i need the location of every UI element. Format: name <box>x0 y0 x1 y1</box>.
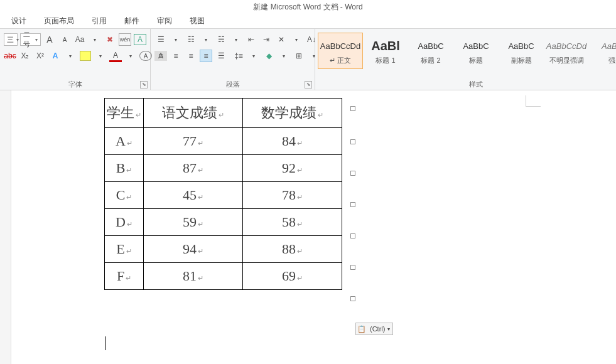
style-name-label: 标题 1 <box>376 56 395 65</box>
shading-button[interactable]: ◆ <box>262 50 275 62</box>
table-cell[interactable]: 59↵ <box>144 209 243 236</box>
table-cell[interactable]: E↵ <box>105 236 144 263</box>
table-header[interactable]: 学生↵ <box>105 99 144 128</box>
font-color-button[interactable]: A <box>109 50 122 62</box>
menu-review[interactable]: 审阅 <box>148 16 181 26</box>
table-cell[interactable]: C↵ <box>105 182 144 209</box>
line-spacing-arrow[interactable]: ▾ <box>247 50 260 62</box>
menu-mailings[interactable]: 邮件 <box>116 16 148 26</box>
menu-references[interactable]: 引用 <box>83 16 116 26</box>
table-row[interactable]: F↵81↵69↵ <box>105 263 342 290</box>
chevron-down-icon: ▾ <box>387 326 392 332</box>
style-name-label: 标题 <box>469 56 483 65</box>
font-dialog-launcher[interactable]: ⬊ <box>140 81 148 88</box>
table-handle[interactable] <box>350 265 355 270</box>
table-cell[interactable]: B↵ <box>105 155 144 182</box>
superscript-button[interactable]: X² <box>34 50 46 62</box>
align-distributed-button[interactable]: ☰ <box>215 50 227 62</box>
table-handle[interactable] <box>350 296 355 301</box>
table-row[interactable]: C↵45↵78↵ <box>105 182 342 209</box>
table-cell[interactable]: A↵ <box>105 128 144 155</box>
table-cell[interactable]: 92↵ <box>243 155 342 182</box>
paragraph-group: ☰▾ ☷▾ ☵▾ ⇤ ⇥ ✕▾ A↓ ↵ ≡ ≡ ≡ ≡ ☰ ‡≡▾ ◆▾ ⊞▾ <box>151 29 315 90</box>
multilevel-arrow[interactable]: ▾ <box>230 33 242 46</box>
numbering-button[interactable]: ☷ <box>185 33 197 46</box>
table-cell[interactable]: 77↵ <box>144 128 243 155</box>
font-size-select[interactable]: 二号▾ <box>20 33 41 46</box>
style-item-5[interactable]: AaBbCcDd不明显强调 <box>544 33 589 69</box>
table-row[interactable]: A↵77↵84↵ <box>105 128 342 155</box>
table-row[interactable]: E↵94↵88↵ <box>105 236 342 263</box>
change-case-arrow[interactable]: ▾ <box>89 33 101 46</box>
bullets-button[interactable]: ☰ <box>154 33 167 46</box>
table-row[interactable]: D↵59↵58↵ <box>105 209 342 236</box>
subscript-button[interactable]: X₂ <box>19 50 31 62</box>
font-color-arrow[interactable]: ▾ <box>124 50 137 62</box>
line-spacing-button[interactable]: ‡≡ <box>232 50 245 62</box>
bullets-arrow[interactable]: ▾ <box>170 33 182 46</box>
style-preview: AaBbC <box>508 37 534 56</box>
table-cell[interactable]: D↵ <box>105 209 144 236</box>
document-table[interactable]: 学生↵语文成绩↵数学成绩↵A↵77↵84↵B↵87↵92↵C↵45↵78↵D↵5… <box>104 98 342 290</box>
borders-button[interactable]: ⊞ <box>293 50 305 62</box>
table-cell[interactable]: 58↵ <box>243 209 342 236</box>
asian-layout-arrow[interactable]: ▾ <box>290 33 303 46</box>
highlight-button[interactable] <box>79 50 92 62</box>
table-cell[interactable]: F↵ <box>105 263 144 290</box>
table-cell[interactable]: 81↵ <box>144 263 243 290</box>
numbering-arrow[interactable]: ▾ <box>200 33 212 46</box>
paragraph-dialog-launcher[interactable]: ⬊ <box>305 81 312 88</box>
shrink-font-button[interactable]: A <box>58 33 71 46</box>
strike-button[interactable]: abc <box>4 50 16 62</box>
font-name-select[interactable]: 三▾ <box>4 33 18 46</box>
style-item-2[interactable]: AaBbC标题 2 <box>408 33 453 69</box>
grow-font-button[interactable]: A <box>43 33 56 46</box>
table-row[interactable]: B↵87↵92↵ <box>105 155 342 182</box>
paste-options-button[interactable]: 📋 (Ctrl) ▾ <box>355 323 393 335</box>
menu-view[interactable]: 视图 <box>181 16 213 26</box>
align-justify-button[interactable]: ≡ <box>200 50 212 62</box>
increase-indent-button[interactable]: ⇥ <box>260 33 273 46</box>
page[interactable]: 学生↵语文成绩↵数学成绩↵A↵77↵84↵B↵87↵92↵C↵45↵78↵D↵5… <box>11 90 616 364</box>
phonetic-button[interactable]: wén <box>119 33 131 46</box>
style-item-3[interactable]: AaBbC标题 <box>453 33 499 69</box>
style-name-label: ↵ 正文 <box>330 56 351 65</box>
align-right-button[interactable]: ≡ <box>185 50 197 62</box>
table-cell[interactable]: 45↵ <box>144 182 243 209</box>
text-effects-button[interactable]: A <box>49 50 62 62</box>
table-handle[interactable] <box>350 106 355 111</box>
table-cell[interactable]: 94↵ <box>144 236 243 263</box>
table-cell[interactable]: 69↵ <box>243 263 342 290</box>
align-center-button[interactable]: ≡ <box>170 50 182 62</box>
table-cell[interactable]: 84↵ <box>243 128 342 155</box>
clear-format-button[interactable]: ✖ <box>104 33 116 46</box>
decrease-indent-button[interactable]: ⇤ <box>245 33 257 46</box>
table-cell[interactable]: 87↵ <box>144 155 243 182</box>
change-case-button[interactable]: Aa <box>73 33 86 46</box>
menu-page-layout[interactable]: 页面布局 <box>35 16 83 26</box>
shading-arrow[interactable]: ▾ <box>278 50 290 62</box>
text-effects-arrow[interactable]: ▾ <box>64 50 77 62</box>
style-item-6[interactable]: AaBb强 <box>589 33 616 69</box>
table-handle[interactable] <box>350 202 355 207</box>
table-handle[interactable] <box>350 171 355 176</box>
enclose-button[interactable]: A <box>139 51 152 61</box>
text-cursor <box>105 336 106 350</box>
align-left-button[interactable]: ≡ <box>154 50 167 62</box>
table-handle[interactable] <box>350 233 355 238</box>
asian-layout-button[interactable]: ✕ <box>275 33 288 46</box>
document-area[interactable]: 学生↵语文成绩↵数学成绩↵A↵77↵84↵B↵87↵92↵C↵45↵78↵D↵5… <box>0 90 616 364</box>
table-header[interactable]: 数学成绩↵ <box>243 99 342 128</box>
style-preview: AaBbCcDd <box>320 37 360 56</box>
highlight-arrow[interactable]: ▾ <box>94 50 107 62</box>
style-item-1[interactable]: AaBl标题 1 <box>363 33 408 69</box>
style-item-4[interactable]: AaBbC副标题 <box>499 33 544 69</box>
table-cell[interactable]: 78↵ <box>243 182 342 209</box>
menu-design[interactable]: 设计 <box>3 16 35 26</box>
table-handle[interactable] <box>350 139 355 144</box>
multilevel-button[interactable]: ☵ <box>215 33 227 46</box>
table-header[interactable]: 语文成绩↵ <box>144 99 243 128</box>
char-border-button[interactable]: A <box>134 34 146 45</box>
style-item-0[interactable]: AaBbCcDd↵ 正文 <box>318 33 363 69</box>
table-cell[interactable]: 88↵ <box>243 236 342 263</box>
